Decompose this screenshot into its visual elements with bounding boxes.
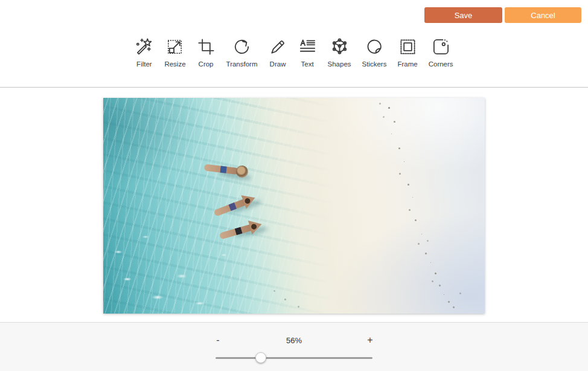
tool-label: Text: [301, 60, 313, 68]
person-arms: [248, 217, 264, 234]
editor-toolbar: Filter Resize Crop Transform: [0, 37, 588, 68]
zoom-in-button[interactable]: +: [364, 335, 376, 346]
person-shadow: [234, 225, 269, 238]
person-shadow: [228, 198, 263, 215]
zoom-slider-track[interactable]: [216, 357, 372, 359]
tool-draw[interactable]: Draw: [263, 37, 293, 68]
tool-label: Filter: [136, 60, 152, 68]
person-head: [251, 224, 257, 230]
tool-corners[interactable]: Corners: [423, 37, 459, 68]
person-body: [219, 224, 254, 239]
stamp-frame-icon: [398, 37, 417, 56]
swimsuit: [220, 166, 226, 173]
person-figure: [208, 185, 266, 226]
tool-label: Shapes: [328, 60, 351, 68]
resize-icon: [165, 37, 184, 56]
tool-label: Crop: [199, 60, 214, 68]
zoom-bar: - 56% +: [0, 322, 588, 371]
sun-hat: [235, 165, 249, 178]
save-button[interactable]: Save: [424, 7, 502, 23]
pencil-icon: [269, 37, 287, 56]
sticker-icon: [365, 37, 384, 56]
tool-frame[interactable]: Frame: [392, 37, 423, 68]
editor-canvas: [0, 88, 588, 322]
zoom-slider-handle[interactable]: [255, 352, 266, 363]
magic-wand-icon: [135, 37, 153, 56]
tool-transform[interactable]: Transform: [221, 37, 263, 68]
tool-label: Stickers: [362, 60, 387, 68]
crop-icon: [197, 37, 216, 56]
tool-label: Corners: [429, 60, 453, 68]
zoom-level-value: 56%: [216, 336, 372, 345]
beach-photo[interactable]: [103, 98, 485, 314]
rotate-icon: [232, 37, 251, 56]
text-icon: [298, 37, 317, 56]
photo-editor-window: Save Cancel Filter Resize: [0, 0, 588, 371]
tool-stickers[interactable]: Stickers: [357, 37, 392, 68]
person-body: [204, 164, 239, 175]
swimsuit: [229, 202, 237, 211]
tool-filter[interactable]: Filter: [129, 37, 159, 68]
swimsuit: [235, 227, 243, 235]
tool-label: Frame: [397, 60, 417, 68]
tool-shapes[interactable]: Shapes: [322, 37, 357, 68]
rounded-corner-icon: [432, 37, 450, 56]
person-figure: [214, 211, 271, 249]
person-figure: [200, 155, 255, 186]
person-arms: [241, 191, 257, 209]
zoom-controls: - 56% +: [216, 323, 372, 371]
person-head: [244, 198, 251, 205]
cancel-button[interactable]: Cancel: [505, 7, 581, 23]
cube-icon: [330, 37, 349, 56]
tool-resize[interactable]: Resize: [159, 37, 191, 68]
tool-crop[interactable]: Crop: [191, 37, 221, 68]
person-shadow: [218, 169, 252, 181]
tool-text[interactable]: Text: [293, 37, 322, 68]
person-body: [213, 198, 248, 217]
tool-label: Transform: [226, 60, 258, 68]
tool-label: Resize: [164, 60, 185, 68]
tool-label: Draw: [270, 60, 286, 68]
seaweed-debris: [103, 98, 105, 100]
